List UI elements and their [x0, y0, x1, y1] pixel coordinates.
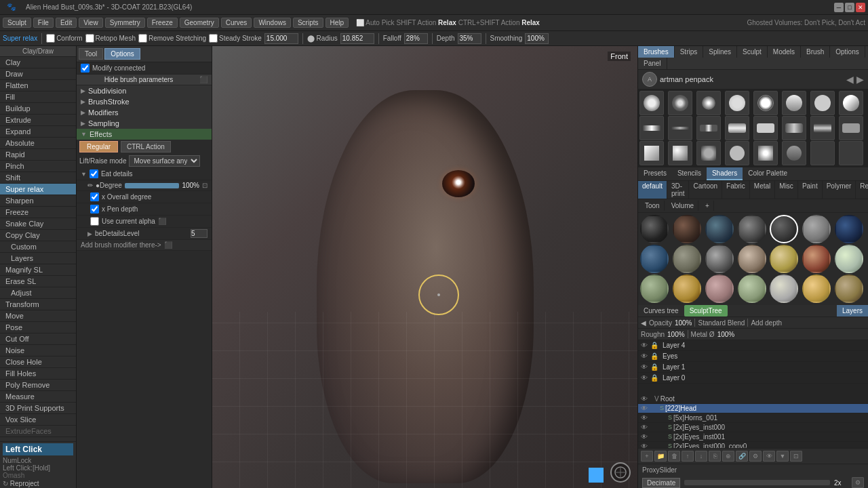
file-menu-btn[interactable]: File — [33, 18, 54, 28]
shader-tab-shaders[interactable]: Shaders — [707, 167, 743, 180]
remove-stretch-check[interactable]: Remove Stretching — [138, 34, 206, 43]
shader-9[interactable] — [673, 245, 701, 273]
tab-brush[interactable]: Brush — [801, 46, 830, 58]
left-click-btn[interactable]: Left Click — [3, 443, 73, 455]
be-details-input[interactable] — [191, 229, 208, 238]
act-settings[interactable]: ⚙ — [749, 451, 762, 462]
brush-measure[interactable]: Measure — [0, 391, 76, 403]
act-up[interactable]: ↑ — [682, 451, 694, 462]
brush-flatten[interactable]: Flatten — [0, 80, 76, 92]
help-menu-btn[interactable]: Help — [326, 18, 349, 28]
brush-prev-arrow[interactable]: ◀ — [846, 74, 854, 85]
tab-options[interactable]: Options — [830, 46, 865, 58]
act-eye[interactable]: 👁 — [763, 451, 775, 462]
shader-21[interactable] — [835, 274, 863, 303]
regular-btn[interactable]: Regular — [79, 141, 118, 152]
shader-sub-3dprint[interactable]: 3D-print — [667, 181, 689, 199]
brush-extrude-faces[interactable]: ExtrudeFaces — [0, 426, 76, 437]
brush-thumb-17[interactable] — [639, 141, 664, 165]
act-merge[interactable]: ⊕ — [722, 451, 734, 462]
brush-expand[interactable]: Expand — [0, 126, 76, 138]
maximize-button[interactable]: □ — [845, 3, 854, 12]
brush-fill-holes[interactable]: Fill Holes — [0, 368, 76, 380]
brush-copy-clay[interactable]: Copy Clay — [0, 230, 76, 241]
shader-volume[interactable]: Volume — [667, 201, 698, 211]
freeze-menu-btn[interactable]: Freeze — [147, 18, 178, 28]
brush-pinch[interactable]: Pinch — [0, 161, 76, 172]
shader-7[interactable] — [835, 215, 863, 243]
tab-splines[interactable]: Splines — [703, 46, 737, 58]
brush-clay[interactable]: Clay — [0, 57, 76, 68]
brush-thumb-23[interactable] — [810, 141, 835, 165]
shader-17[interactable] — [705, 274, 734, 303]
brush-magnify-sl[interactable]: Magnify SL — [0, 264, 76, 276]
pen-depth-checkbox[interactable] — [90, 205, 99, 214]
shader-3[interactable] — [705, 215, 734, 243]
brush-thumb-24[interactable] — [839, 141, 863, 165]
conform-check[interactable]: Conform — [46, 34, 82, 43]
shader-sub-fabric[interactable]: Fabric — [722, 181, 750, 199]
brush-thumb-8[interactable] — [839, 91, 863, 115]
geometry-menu-btn[interactable]: Geometry — [180, 18, 219, 28]
tab-models[interactable]: Models — [768, 46, 801, 58]
value-input[interactable] — [340, 33, 374, 44]
layer-row-eyes[interactable]: 👁 🔒 Eyes — [638, 351, 868, 362]
shader-15[interactable] — [640, 274, 669, 303]
brush-freeze[interactable]: Freeze — [0, 207, 76, 218]
shader-10[interactable] — [705, 245, 734, 273]
tool-tab-btn[interactable]: Tool — [79, 48, 103, 60]
shader-tab-color[interactable]: Color Palette — [743, 167, 793, 180]
modify-connected-checkbox[interactable] — [81, 64, 90, 73]
proxy-settings-btn[interactable]: ⚙ — [852, 477, 864, 488]
brush-layers[interactable]: Layers — [0, 253, 76, 264]
view-menu-btn[interactable]: View — [79, 18, 103, 28]
hide-brush-params-row[interactable]: Hide brush parameters ⬛ — [77, 75, 212, 85]
retopo-check[interactable]: Retopo Mesh — [85, 34, 136, 43]
brush-custom[interactable]: Custom — [0, 241, 76, 253]
minimize-button[interactable]: ─ — [834, 3, 844, 12]
brush-snake-clay[interactable]: Snake Clay — [0, 218, 76, 230]
radius-input[interactable] — [264, 33, 298, 44]
brush-adjust[interactable]: Adjust — [0, 287, 76, 299]
act-extra2[interactable]: ⊡ — [790, 451, 802, 462]
add-modifier-row[interactable]: Add brush modifier there-> ⬛ — [77, 240, 212, 251]
brush-thumb-2[interactable] — [668, 91, 692, 115]
tree-eyes-copy0[interactable]: 👁 S [2x]Eyes_inst000_copy0 — [638, 442, 868, 449]
tree-eyes-inst000[interactable]: 👁 S [2x]Eyes_inst000 — [638, 423, 868, 432]
brush-sharpen[interactable]: Sharpen — [0, 195, 76, 207]
act-link[interactable]: 🔗 — [736, 451, 748, 462]
curves-menu-btn[interactable]: Curves — [221, 18, 252, 28]
shader-sub-cartoon[interactable]: Cartoon — [689, 181, 722, 199]
tab-sculpt[interactable]: Sculpt — [737, 46, 768, 58]
tab-curves-tree[interactable]: Curves tree — [638, 305, 684, 317]
shader-12[interactable] — [770, 245, 798, 273]
depth-input[interactable] — [458, 33, 481, 44]
brush-close-hole[interactable]: Close Hole — [0, 357, 76, 368]
remove-stretch-checkbox[interactable] — [138, 34, 147, 43]
brush-thumb-13[interactable] — [753, 116, 778, 140]
brush-thumb-4[interactable] — [725, 91, 749, 115]
steady-stroke-check[interactable]: Steady Stroke — [209, 34, 262, 43]
edit-menu-btn[interactable]: Edit — [56, 18, 77, 28]
brush-thumb-6[interactable] — [782, 91, 806, 115]
tree-root[interactable]: 👁 V Root — [638, 394, 868, 404]
shader-11[interactable] — [738, 245, 766, 273]
shader-8[interactable] — [640, 245, 669, 273]
layer-row-0[interactable]: 👁 🔒 Layer 0 — [638, 373, 868, 384]
shader-2[interactable] — [673, 215, 701, 243]
act-folder[interactable]: 📁 — [654, 451, 667, 462]
subdivision-row[interactable]: ▶ Subdivision — [77, 85, 212, 96]
tab-panel[interactable]: Panel — [638, 58, 667, 69]
brushstroke-row[interactable]: ▶ BrushStroke — [77, 96, 212, 107]
brush-absolute[interactable]: Absolute — [0, 138, 76, 149]
decimate-button[interactable]: Decimate — [642, 478, 680, 488]
act-extra1[interactable]: ▼ — [776, 451, 789, 462]
tab-strips[interactable]: Strips — [675, 46, 704, 58]
shader-add-btn[interactable]: + — [701, 201, 714, 211]
move-surface-select[interactable]: Move surface any — [129, 155, 200, 167]
brush-thumb-15[interactable] — [810, 116, 835, 140]
scripts-menu-btn[interactable]: Scripts — [293, 18, 323, 28]
shader-tab-presets[interactable]: Presets — [638, 167, 672, 180]
act-delete[interactable]: 🗑 — [668, 451, 680, 462]
brush-thumb-14[interactable] — [782, 116, 806, 140]
